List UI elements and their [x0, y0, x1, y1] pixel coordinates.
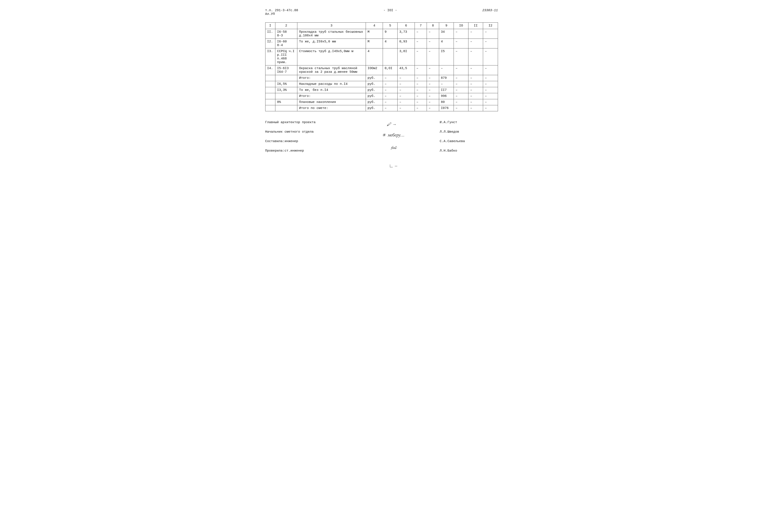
table-row: I2.I6-60 8-4То же, д.I59x5,0 ммМ40,93––4… — [265, 39, 498, 48]
sig-image-2: ✳ меберу… — [358, 131, 428, 139]
cell-7-2: Итого: — [297, 93, 366, 99]
cell-9-6: – — [415, 105, 427, 111]
sig-roles: Главный архитектор проекта Начальник сме… — [265, 120, 347, 169]
table-row: Итого по смете:руб.––––I076––– — [265, 105, 498, 111]
cell-3-9: – — [454, 65, 469, 75]
main-table: I 2 3 4 5 6 7 8 9 IO II I2 II.I6-58 8-3П… — [265, 22, 498, 111]
cell-9-1 — [275, 105, 297, 111]
cell-5-9: – — [454, 81, 469, 87]
cell-6-8: II7 — [439, 87, 454, 93]
cell-5-0 — [265, 81, 275, 87]
cell-1-6: – — [415, 39, 427, 48]
sig-role-3: Составила:инженер — [265, 139, 347, 144]
table-row: I4.I5-6I3 I64-7Окраска стальных труб мас… — [265, 65, 498, 75]
sig-image-3: 𝓯𝓪𝓵 — [358, 143, 428, 152]
cell-5-8: – — [439, 81, 454, 87]
cell-7-1 — [275, 93, 297, 99]
cell-4-7: – — [427, 75, 439, 81]
cell-8-5: – — [397, 99, 415, 105]
cell-7-6: – — [415, 93, 427, 99]
cell-2-1: ССРСЦ ч.I р.III п.468 прим. — [275, 48, 297, 65]
cell-8-7: – — [427, 99, 439, 105]
cell-8-10: – — [469, 99, 483, 105]
cell-1-5: 0,93 — [397, 39, 415, 48]
col-header-12: I2 — [483, 23, 498, 29]
cell-5-10: – — [469, 81, 483, 87]
cell-3-5: 43,5 — [397, 65, 415, 75]
cell-7-8: 996 — [439, 93, 454, 99]
cell-3-11: – — [483, 65, 498, 75]
cell-7-11: – — [483, 93, 498, 99]
table-row: II.I6-58 8-3Прокладка труб стальных бесш… — [265, 29, 498, 39]
table-row: Итого:руб.––––996––– — [265, 93, 498, 99]
document-id: 23303-11 — [482, 9, 498, 12]
col-header-2: 2 — [275, 23, 297, 29]
cell-0-8: 34 — [439, 29, 454, 39]
cell-2-6: – — [415, 48, 427, 65]
cell-9-5: – — [397, 105, 415, 111]
cell-1-7: – — [427, 39, 439, 48]
cell-7-3: руб. — [366, 93, 383, 99]
cell-6-2: То же, без п.I4 — [297, 87, 366, 93]
cell-1-2: То же, д.I59x5,0 мм — [297, 39, 366, 48]
cell-6-7: – — [427, 87, 439, 93]
signatures-section: Главный архитектор проекта Начальник сме… — [265, 120, 498, 169]
cell-5-4: – — [383, 81, 397, 87]
cell-2-10: – — [469, 48, 483, 65]
col-header-5: 5 — [383, 23, 397, 29]
cell-2-0: I3. — [265, 48, 275, 65]
cell-5-6: – — [415, 81, 427, 87]
cell-9-10: – — [469, 105, 483, 111]
cell-4-1 — [275, 75, 297, 81]
sig-name-4: Л.Н.Бабко — [440, 148, 498, 153]
cell-9-2: Итого по смете: — [297, 105, 366, 111]
cell-4-2: Итого: — [297, 75, 366, 81]
cell-6-1: I3,3% — [275, 87, 297, 93]
cell-1-10: – — [469, 39, 483, 48]
cell-1-3: М — [366, 39, 383, 48]
page-number: - IOI - — [383, 9, 397, 12]
cell-6-10: – — [469, 87, 483, 93]
cell-8-8: 80 — [439, 99, 454, 105]
cell-6-11: – — [483, 87, 498, 93]
col-header-6: 6 — [397, 23, 415, 29]
cell-8-3: руб. — [366, 99, 383, 105]
table-row: Итого:руб.––––879––– — [265, 75, 498, 81]
cell-4-11: – — [483, 75, 498, 81]
cell-4-3: руб. — [366, 75, 383, 81]
cell-9-4: – — [383, 105, 397, 111]
page-header: т.п. 291-3-47с.88 Ал.УП - IOI - 23303-11 — [265, 9, 498, 16]
cell-9-11: – — [483, 105, 498, 111]
cell-8-1: 8% — [275, 99, 297, 105]
cell-2-5: 3,8I — [397, 48, 415, 65]
cell-7-9: – — [454, 93, 469, 99]
cell-6-4: – — [383, 87, 397, 93]
header-left: т.п. 291-3-47с.88 Ал.УП — [265, 9, 298, 16]
table-row: I6,5%Накладные расходы по п.I4руб.––––––… — [265, 81, 498, 87]
cell-8-9: – — [454, 99, 469, 105]
cell-4-5: – — [397, 75, 415, 81]
cell-1-1: I6-60 8-4 — [275, 39, 297, 48]
cell-0-3: М — [366, 29, 383, 39]
cell-4-0 — [265, 75, 275, 81]
sig-name-3: С.А.Савельева — [440, 139, 498, 144]
sig-role-1: Главный архитектор проекта — [265, 120, 347, 125]
cell-4-10: – — [469, 75, 483, 81]
cell-4-6: – — [415, 75, 427, 81]
cell-5-2: Накладные расходы по п.I4 — [297, 81, 366, 87]
cell-8-11: – — [483, 99, 498, 105]
cell-2-4 — [383, 48, 397, 65]
sig-names: И.А.Гунст Л.Л.Шведов С.А.Савельева Л.Н.Б… — [440, 120, 498, 169]
cell-0-6: – — [415, 29, 427, 39]
sig-image-4: ∟ – — [358, 158, 428, 169]
cell-6-6: – — [415, 87, 427, 93]
cell-4-4: – — [383, 75, 397, 81]
cell-8-4: – — [383, 99, 397, 105]
cell-7-7: – — [427, 93, 439, 99]
cell-0-11: – — [483, 29, 498, 39]
cell-9-9: – — [454, 105, 469, 111]
cell-3-2: Окраска стальных труб масляной краской з… — [297, 65, 366, 75]
col-header-4: 4 — [366, 23, 383, 29]
sig-image-1: 🖊 → — [358, 120, 428, 129]
cell-3-6: – — [415, 65, 427, 75]
